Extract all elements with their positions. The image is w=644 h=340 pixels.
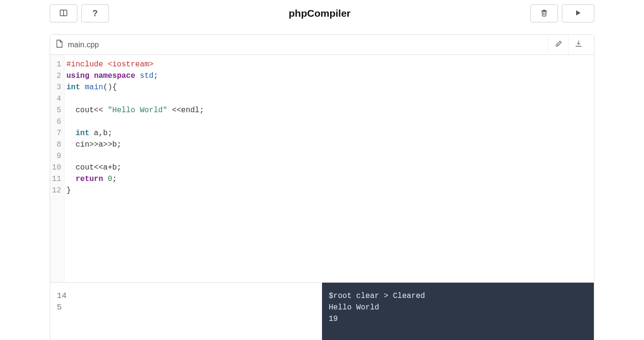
line-number: 9 bbox=[50, 150, 61, 162]
line-number: 2 bbox=[50, 70, 61, 82]
file-name: main.cpp bbox=[68, 41, 99, 49]
line-number: 5 bbox=[50, 105, 61, 116]
help-button[interactable]: ? bbox=[81, 4, 109, 22]
line-gutter: 123456789101112 bbox=[50, 55, 64, 282]
question-icon: ? bbox=[93, 9, 98, 19]
code-line: using namespace std; bbox=[66, 70, 204, 82]
app-title: phpCompiler bbox=[289, 8, 351, 19]
stdout-panel: $root clear > Cleared Hello World 19 bbox=[322, 283, 594, 340]
edit-icon bbox=[555, 40, 562, 50]
code-line: cin>>a>>b; bbox=[66, 139, 204, 150]
download-button[interactable] bbox=[568, 35, 588, 55]
code-line bbox=[66, 150, 204, 162]
line-number: 11 bbox=[50, 173, 61, 185]
code-content: #include <iostream>using namespace std;i… bbox=[64, 55, 206, 282]
clear-button[interactable] bbox=[530, 4, 558, 22]
code-line: return 0; bbox=[66, 173, 204, 185]
code-line: int main(){ bbox=[66, 82, 204, 93]
line-number: 12 bbox=[50, 185, 61, 196]
io-panels: 14 5 $root clear > Cleared Hello World 1… bbox=[50, 283, 594, 340]
stdin-panel[interactable]: 14 5 bbox=[50, 283, 322, 340]
code-line: int a,b; bbox=[66, 128, 204, 139]
layout-button[interactable] bbox=[50, 4, 77, 22]
code-line bbox=[66, 93, 204, 105]
download-icon bbox=[575, 40, 582, 50]
code-editor[interactable]: 123456789101112 #include <iostream>using… bbox=[50, 55, 594, 282]
rename-button[interactable] bbox=[548, 35, 568, 55]
line-number: 1 bbox=[50, 59, 61, 70]
line-number: 6 bbox=[50, 116, 61, 128]
line-number: 10 bbox=[50, 162, 61, 173]
code-line: cout<<a+b; bbox=[66, 162, 204, 173]
editor-panel: main.cpp bbox=[50, 34, 594, 283]
code-line: } bbox=[66, 185, 204, 196]
file-bar: main.cpp bbox=[50, 35, 594, 55]
code-line: #include <iostream> bbox=[66, 59, 204, 70]
code-line: cout<< "Hello World" <<endl; bbox=[66, 105, 204, 116]
file-icon bbox=[56, 40, 63, 50]
line-number: 8 bbox=[50, 139, 61, 150]
line-number: 4 bbox=[50, 93, 61, 105]
trash-icon bbox=[540, 9, 548, 18]
run-button[interactable] bbox=[562, 4, 594, 22]
columns-icon bbox=[60, 9, 67, 18]
line-number: 7 bbox=[50, 128, 61, 139]
code-line bbox=[66, 116, 204, 128]
toolbar: ? phpCompiler bbox=[50, 4, 594, 23]
play-icon bbox=[574, 9, 582, 18]
line-number: 3 bbox=[50, 82, 61, 93]
